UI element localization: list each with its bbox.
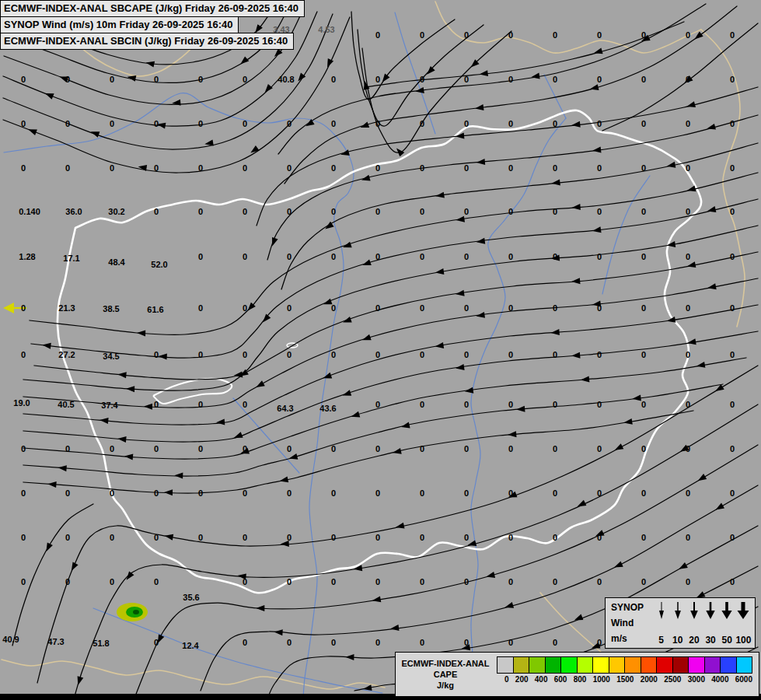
foreign-borders bbox=[2, 2, 745, 694]
cape-color-cell bbox=[673, 657, 689, 673]
wind-legend-titles: SYNOP Wind m/s bbox=[606, 598, 653, 648]
cape-color-cell bbox=[721, 657, 737, 673]
cape-tick-label: 2000 bbox=[641, 675, 658, 684]
cape-legend: ECMWF-INDEX-ANAL CAPE J/kg 0200400600800… bbox=[395, 652, 759, 697]
legend-header-line-sbcin: ECMWF-INDEX-ANAL SBCIN (J/kg) Friday 26-… bbox=[0, 33, 294, 50]
rivers bbox=[4, 12, 650, 698]
cape-tick-label: 0 bbox=[504, 675, 509, 684]
wind-speed-label: 100 bbox=[735, 635, 752, 646]
wind-legend-unit: m/s bbox=[611, 633, 653, 644]
cape-tick-label: 800 bbox=[574, 675, 587, 684]
wind-legend-label: Wind bbox=[611, 618, 653, 628]
cape-tick-label: 6000 bbox=[735, 675, 752, 684]
lake-balaton bbox=[153, 343, 298, 404]
wind-speed-row: 510203050100 bbox=[653, 635, 752, 646]
wind-arrow-icon bbox=[654, 600, 669, 621]
legend-header-line-wind: SYNOP Wind (m/s) 10m Friday 26-09-2025 1… bbox=[0, 16, 239, 33]
cape-color-cell bbox=[689, 657, 705, 673]
wind-speed-label: 30 bbox=[703, 635, 719, 646]
cape-tick-label: 200 bbox=[515, 675, 529, 684]
cape-tick-label: 2500 bbox=[664, 675, 681, 684]
cape-legend-title: ECMWF-INDEX-ANAL bbox=[401, 658, 489, 669]
map-canvas bbox=[0, 0, 761, 700]
cape-color-cell bbox=[529, 657, 546, 673]
cape-color-cell bbox=[657, 657, 673, 673]
cape-legend-unit: J/kg bbox=[437, 680, 454, 691]
cape-tick-label: 1500 bbox=[616, 675, 634, 684]
cape-color-cell bbox=[625, 657, 641, 673]
cape-tick-row: 0200400600800100015002000250030004000600… bbox=[497, 674, 752, 684]
cape-tick-label: 4000 bbox=[711, 675, 728, 684]
cape-color-cell bbox=[561, 657, 578, 673]
cape-color-cell bbox=[514, 657, 530, 673]
wind-arrow-row bbox=[653, 600, 752, 621]
wind-speed-label: 10 bbox=[669, 635, 686, 646]
wind-arrow-icon bbox=[670, 600, 686, 621]
wind-speed-label: 20 bbox=[686, 635, 702, 646]
wind-speed-label: 5 bbox=[653, 635, 669, 646]
legend-header: ECMWF-INDEX-ANAL SBCAPE (J/kg) Friday 26… bbox=[0, 0, 305, 50]
cin-arrow bbox=[3, 303, 26, 313]
wind-arrow-icon bbox=[735, 600, 751, 621]
cape-tick-label: 400 bbox=[535, 675, 548, 684]
wind-arrow-icon bbox=[686, 600, 702, 621]
cape-tick-label: 600 bbox=[554, 675, 567, 684]
cape-blob bbox=[117, 603, 148, 621]
wind-arrow-icon bbox=[719, 600, 735, 621]
legend-header-line-sbcape: ECMWF-INDEX-ANAL SBCAPE (J/kg) Friday 26… bbox=[0, 0, 305, 17]
wind-streamlines bbox=[3, 4, 758, 698]
cape-colorbar bbox=[497, 656, 752, 674]
cape-color-cell bbox=[546, 657, 562, 673]
cape-color-cell bbox=[593, 657, 609, 673]
cape-tick-label: 3000 bbox=[688, 675, 705, 684]
cape-color-cell bbox=[609, 657, 626, 673]
cape-color-cell bbox=[578, 657, 594, 673]
cape-legend-parameter: CAPE bbox=[434, 669, 458, 680]
wind-legend-scale: 510203050100 bbox=[653, 598, 755, 648]
cape-color-cell bbox=[737, 657, 752, 673]
cin-arrow-icon bbox=[3, 303, 14, 313]
cape-color-cell bbox=[497, 657, 514, 673]
cape-legend-scale: 0200400600800100015002000250030004000600… bbox=[495, 653, 759, 696]
cape-color-cell bbox=[641, 657, 658, 673]
cape-color-cell bbox=[705, 657, 721, 673]
wind-legend-title: SYNOP bbox=[611, 602, 653, 613]
wind-speed-label: 50 bbox=[719, 635, 735, 646]
hungary-border bbox=[58, 110, 701, 593]
cape-tick-label: 1000 bbox=[593, 675, 610, 684]
wind-arrow-icon bbox=[703, 600, 718, 621]
wind-legend: SYNOP Wind m/s 510203050100 bbox=[605, 597, 756, 649]
cape-legend-titles: ECMWF-INDEX-ANAL CAPE J/kg bbox=[396, 653, 495, 696]
